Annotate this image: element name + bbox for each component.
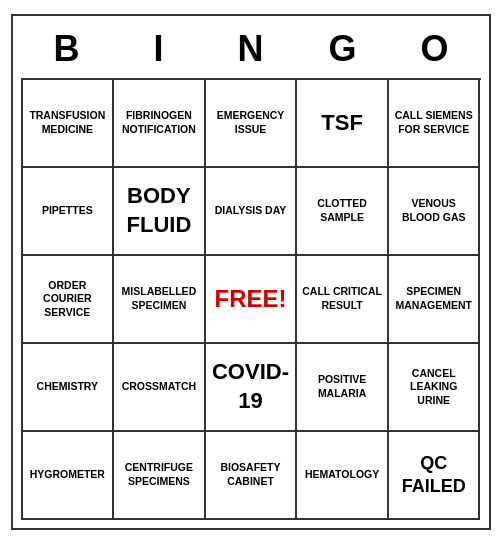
bingo-cell-14: SPECIMEN MANAGEMENT [389, 256, 481, 344]
bingo-cell-21: CENTRIFUGE SPECIMENS [114, 432, 206, 520]
bingo-cell-18: POSITIVE MALARIA [297, 344, 389, 432]
bingo-header: BINGO [21, 24, 481, 74]
bingo-cell-6: BODY FLUID [114, 168, 206, 256]
bingo-cell-20: HYGROMETER [23, 432, 115, 520]
bingo-cell-8: CLOTTED SAMPLE [297, 168, 389, 256]
bingo-card: BINGO TRANSFUSION MEDICINEFIBRINOGEN NOT… [11, 14, 491, 530]
header-letter-B: B [23, 24, 111, 74]
bingo-cell-1: FIBRINOGEN NOTIFICATION [114, 80, 206, 168]
bingo-cell-3: TSF [297, 80, 389, 168]
header-letter-O: O [391, 24, 479, 74]
bingo-cell-0: TRANSFUSION MEDICINE [23, 80, 115, 168]
bingo-cell-9: VENOUS BLOOD GAS [389, 168, 481, 256]
bingo-cell-22: BIOSAFETY CABINET [206, 432, 298, 520]
bingo-cell-12: Free! [206, 256, 298, 344]
bingo-cell-11: MISLABELLED SPECIMEN [114, 256, 206, 344]
header-letter-N: N [207, 24, 295, 74]
bingo-cell-19: CANCEL LEAKING URINE [389, 344, 481, 432]
bingo-cell-15: CHEMISTRY [23, 344, 115, 432]
bingo-cell-16: CROSSMATCH [114, 344, 206, 432]
header-letter-I: I [115, 24, 203, 74]
bingo-cell-10: ORDER COURIER SERVICE [23, 256, 115, 344]
bingo-cell-17: COVID-19 [206, 344, 298, 432]
bingo-cell-2: EMERGENCY ISSUE [206, 80, 298, 168]
bingo-cell-13: CALL CRITICAL RESULT [297, 256, 389, 344]
header-letter-G: G [299, 24, 387, 74]
bingo-cell-7: DIALYSIS DAY [206, 168, 298, 256]
bingo-cell-4: CALL SIEMENS FOR SERVICE [389, 80, 481, 168]
bingo-cell-23: HEMATOLOGY [297, 432, 389, 520]
bingo-grid: TRANSFUSION MEDICINEFIBRINOGEN NOTIFICAT… [21, 78, 481, 520]
bingo-cell-24: QC FAILED [389, 432, 481, 520]
bingo-cell-5: PIPETTES [23, 168, 115, 256]
